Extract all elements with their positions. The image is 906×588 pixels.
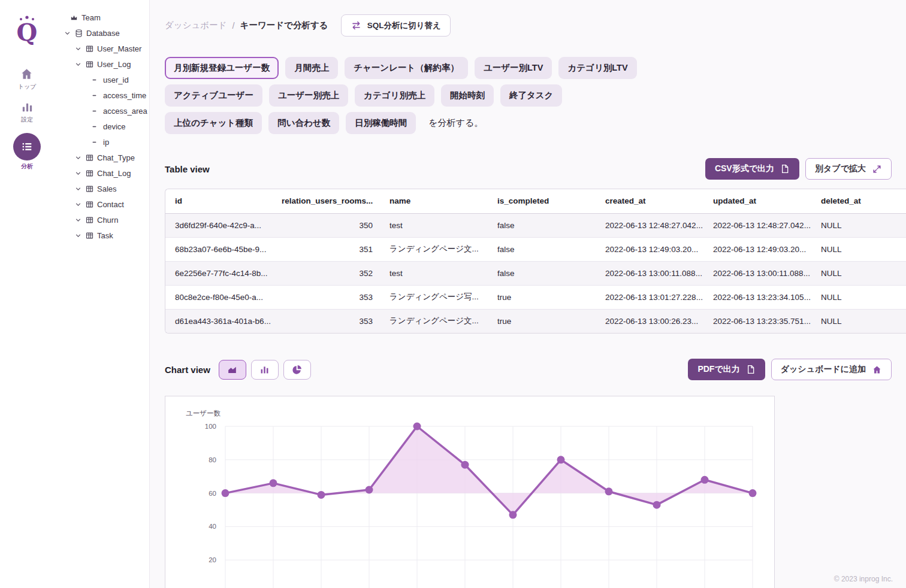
table-cell: ランディングページ写... bbox=[381, 285, 489, 309]
pdf-export-label: PDFで出力 bbox=[697, 364, 739, 375]
app-logo[interactable]: Q bbox=[13, 13, 41, 47]
rail-item-top[interactable]: トップ bbox=[18, 67, 37, 91]
breadcrumb-separator: / bbox=[232, 21, 235, 31]
keyword-chip[interactable]: カテゴリ別売上 bbox=[355, 84, 434, 107]
add-dashboard-button[interactable]: ダッシュボードに追加 bbox=[771, 359, 892, 380]
expand-tab-button[interactable]: 別タブで拡大 bbox=[805, 158, 892, 180]
table-cell: true bbox=[489, 309, 597, 333]
table-cell: NULL bbox=[813, 285, 906, 309]
result-table: idrelation_users_rooms...nameis_complete… bbox=[165, 189, 906, 333]
bar-chart-button[interactable] bbox=[251, 360, 279, 380]
table-cell: true bbox=[489, 285, 597, 309]
table-cell: 2022-06-13 12:49:03.20... bbox=[597, 237, 705, 261]
area-chart-button[interactable] bbox=[219, 360, 246, 380]
svg-text:20: 20 bbox=[209, 556, 216, 563]
keyword-chip[interactable]: チャーンレート（解約率） bbox=[345, 57, 468, 79]
table-cell: 351 bbox=[273, 237, 381, 261]
table-cell: ランディングページ文... bbox=[381, 237, 489, 261]
tree-item-label: Team bbox=[81, 13, 101, 22]
table-cell: 2022-06-13 13:00:11.088... bbox=[597, 261, 705, 285]
rail-item-label: トップ bbox=[18, 83, 37, 91]
bar-chart-icon bbox=[259, 364, 270, 375]
tree-item-user-master[interactable]: User_Master bbox=[54, 41, 149, 56]
tree-item-churn[interactable]: Churn bbox=[54, 212, 149, 228]
tree-item-user-id[interactable]: user_id bbox=[54, 72, 149, 87]
tree-item-task[interactable]: Task bbox=[54, 228, 149, 243]
table-cell: false bbox=[489, 213, 597, 237]
column-header: deleted_at bbox=[813, 189, 906, 213]
pie-chart-button[interactable] bbox=[283, 360, 311, 380]
tree-item-ip[interactable]: ip bbox=[54, 134, 149, 150]
rail-item-analysis[interactable]: 分析 bbox=[13, 133, 41, 171]
chart-view-title: Chart view bbox=[165, 365, 210, 375]
sql-switch-label: SQL分析に切り替え bbox=[367, 20, 441, 31]
database-sidebar: TeamDatabaseUser_MasterUser_Loguser_idac… bbox=[54, 0, 150, 588]
csv-export-button[interactable]: CSV形式で出力 bbox=[705, 158, 799, 180]
keyword-chip[interactable]: 日別稼働時間 bbox=[346, 112, 416, 134]
tree-item-access-area[interactable]: access_area bbox=[54, 103, 149, 119]
table-cell: 353 bbox=[273, 285, 381, 309]
analyze-suffix-text: を分析する。 bbox=[428, 117, 483, 129]
table-row[interactable]: 80c8e2ce-f80e-45e0-a...353ランディングページ写...t… bbox=[165, 285, 906, 309]
tree-item-access-time[interactable]: access_time bbox=[54, 87, 149, 103]
rail-item-settings[interactable]: 設定 bbox=[20, 100, 34, 124]
keyword-chip[interactable]: 月間売上 bbox=[285, 57, 338, 79]
line-chart: 020406080100ユーザー数 bbox=[165, 396, 774, 588]
chevron-down-icon bbox=[74, 154, 82, 162]
tree-item-label: ip bbox=[103, 138, 109, 147]
tree-item-label: access_area bbox=[103, 107, 147, 116]
column-icon bbox=[91, 75, 100, 84]
tree-item-label: Churn bbox=[97, 216, 118, 225]
tree-item-chat-type[interactable]: Chat_Type bbox=[54, 150, 149, 165]
chevron-down-icon bbox=[74, 185, 82, 193]
table-icon bbox=[85, 44, 94, 53]
chevron-down-icon bbox=[74, 201, 82, 208]
tree-item-user-log[interactable]: User_Log bbox=[54, 56, 149, 72]
keyword-chip[interactable]: カテゴリ別LTV bbox=[558, 57, 636, 79]
tree-item-label: Chat_Type bbox=[97, 153, 135, 162]
table-cell: 2022-06-13 13:01:27.228... bbox=[597, 285, 705, 309]
tree-item-contact[interactable]: Contact bbox=[54, 196, 149, 212]
chart-type-selector bbox=[219, 360, 311, 380]
table-cell: NULL bbox=[813, 261, 906, 285]
tree-item-database[interactable]: Database bbox=[54, 25, 149, 41]
table-icon bbox=[85, 184, 94, 193]
tree-item-label: User_Log bbox=[97, 60, 131, 69]
table-row[interactable]: 3d6fd29f-640e-42c9-a...350testfalse2022-… bbox=[165, 213, 906, 237]
breadcrumb: ダッシュボード / キーワードで分析する SQL分析に切り替え bbox=[165, 14, 892, 37]
keyword-chip[interactable]: 上位のチャット種類 bbox=[165, 112, 262, 134]
tree-item-label: user_id bbox=[103, 75, 129, 84]
keyword-chip[interactable]: ユーザー別LTV bbox=[475, 57, 552, 79]
column-icon bbox=[91, 122, 100, 131]
table-cell: 2022-06-13 12:48:27.042... bbox=[597, 213, 705, 237]
sql-switch-button[interactable]: SQL分析に切り替え bbox=[341, 14, 451, 37]
tree-item-label: Database bbox=[86, 29, 120, 38]
table-cell: 2022-06-13 13:23:35.751... bbox=[705, 309, 813, 333]
keyword-chip[interactable]: ユーザー別売上 bbox=[269, 84, 348, 107]
expand-icon bbox=[872, 164, 882, 174]
keyword-chip[interactable]: 月別新規登録ユーザー数 bbox=[165, 57, 279, 79]
tree-item-label: Task bbox=[97, 231, 113, 240]
rail-item-label: 分析 bbox=[21, 162, 33, 171]
keyword-chip[interactable]: 終了タスク bbox=[500, 84, 563, 107]
table-row[interactable]: d61ea443-361a-401a-b6...353ランディングページ文...… bbox=[165, 309, 906, 333]
column-icon bbox=[91, 107, 100, 116]
keyword-chip[interactable]: 問い合わせ数 bbox=[268, 112, 339, 134]
table-icon bbox=[85, 216, 94, 225]
chevron-down-icon bbox=[74, 216, 82, 224]
chart-card: 020406080100ユーザー数 bbox=[165, 396, 775, 588]
table-row[interactable]: 6e2256e7-77fc-4c14-8b...352testfalse2022… bbox=[165, 261, 906, 285]
pdf-export-button[interactable]: PDFで出力 bbox=[688, 359, 765, 380]
tree-item-chat-log[interactable]: Chat_Log bbox=[54, 165, 149, 181]
keyword-chip[interactable]: アクティブユーザー bbox=[165, 84, 262, 107]
table-row[interactable]: 68b23a07-6e6b-45be-9...351ランディングページ文...f… bbox=[165, 237, 906, 261]
tree-item-sales[interactable]: Sales bbox=[54, 181, 149, 196]
list-icon bbox=[13, 133, 41, 160]
stats-icon bbox=[20, 100, 34, 114]
tree-item-team[interactable]: Team bbox=[54, 10, 149, 25]
table-icon bbox=[85, 231, 94, 240]
breadcrumb-dashboard-link[interactable]: ダッシュボード bbox=[165, 20, 227, 31]
tree-item-device[interactable]: device bbox=[54, 119, 149, 134]
keyword-chip[interactable]: 開始時刻 bbox=[441, 84, 494, 107]
table-cell: test bbox=[381, 261, 489, 285]
